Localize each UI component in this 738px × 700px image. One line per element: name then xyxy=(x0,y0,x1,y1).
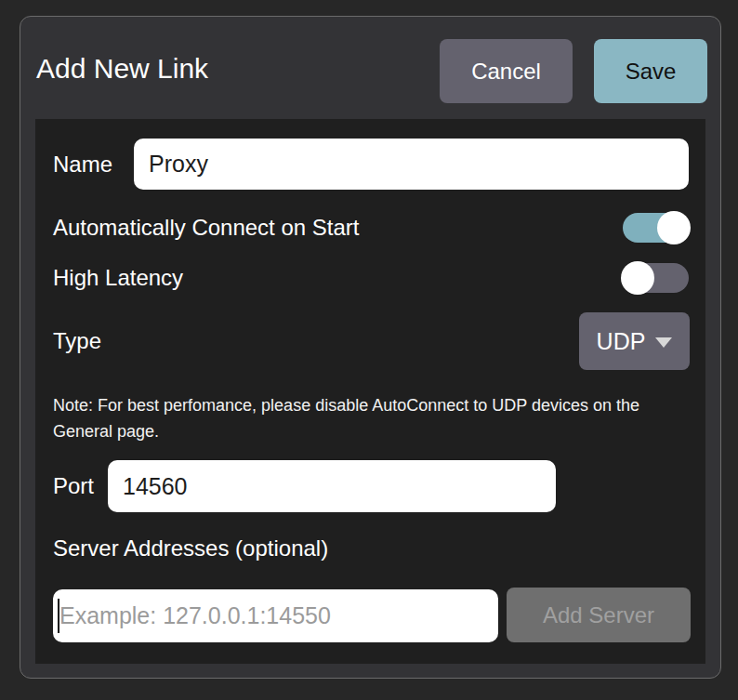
name-label: Name xyxy=(53,151,112,178)
text-cursor xyxy=(58,599,59,633)
type-dropdown[interactable]: UDP xyxy=(579,312,690,370)
toggle-knob xyxy=(657,211,691,244)
auto-connect-toggle[interactable] xyxy=(623,213,689,243)
server-addresses-label: Server Addresses (optional) xyxy=(53,535,328,562)
port-input[interactable] xyxy=(108,460,556,512)
type-label: Type xyxy=(53,327,101,355)
link-settings-panel: Name Automatically Connect on Start High… xyxy=(35,119,705,664)
port-label: Port xyxy=(53,472,94,500)
udp-performance-note: Note: For best perfomance, please disabl… xyxy=(53,392,683,444)
add-new-link-dialog: Add New Link Cancel Save Name Automatica… xyxy=(20,16,721,679)
auto-connect-label: Automatically Connect on Start xyxy=(53,213,360,243)
high-latency-toggle[interactable] xyxy=(623,263,689,293)
cancel-button[interactable]: Cancel xyxy=(440,39,573,103)
dialog-title: Add New Link xyxy=(36,17,208,119)
toggle-knob xyxy=(621,261,654,295)
chevron-down-icon xyxy=(655,337,672,348)
name-input[interactable] xyxy=(134,139,689,190)
type-dropdown-value: UDP xyxy=(597,328,646,355)
server-address-input[interactable] xyxy=(53,589,498,642)
save-button[interactable]: Save xyxy=(594,39,707,103)
high-latency-label: High Latency xyxy=(53,263,183,293)
add-server-button[interactable]: Add Server xyxy=(507,588,691,642)
